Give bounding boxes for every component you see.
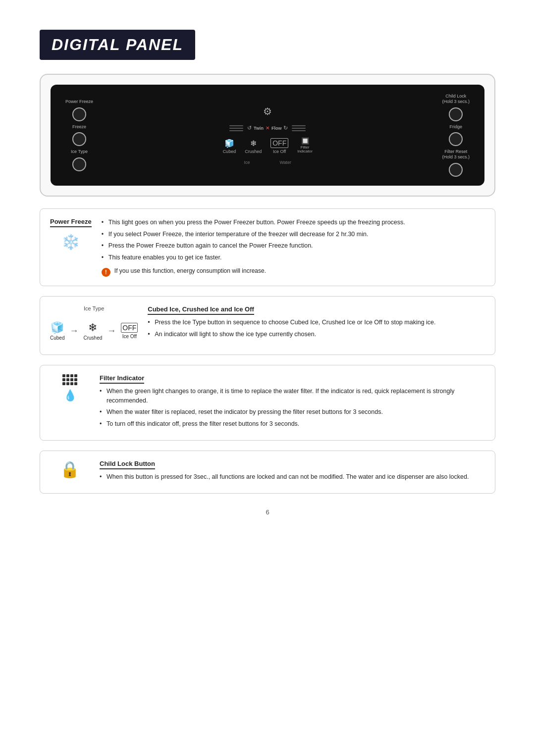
cubed-ice-icon-col: Ice Type 🧊 Cubed → ❄ Crushed → OFF Ice O… bbox=[50, 305, 138, 346]
cubed-ice-bullets: Press the Ice Type button in sequence to… bbox=[148, 318, 485, 339]
child-lock-body: Child Lock Button When this button is pr… bbox=[100, 460, 485, 484]
ice-off-item: OFF Ice Off bbox=[270, 138, 288, 154]
ice-section-label: Ice bbox=[244, 160, 250, 165]
ice-type-sequence: 🧊 Cubed → ❄ Crushed → OFF Ice Off bbox=[50, 321, 138, 341]
filter-indicator-icon: 🔲 bbox=[301, 137, 309, 145]
power-freeze-button bbox=[72, 107, 86, 121]
cubed-type-box: 🧊 Cubed bbox=[50, 321, 64, 341]
filter-bullet-1: When the green light changes to orange, … bbox=[100, 387, 485, 405]
page-number: 6 bbox=[40, 508, 495, 516]
arrow-2: → bbox=[107, 326, 116, 336]
ice-off-type-icon: OFF bbox=[121, 323, 138, 333]
water-drop-icon: 💧 bbox=[63, 389, 77, 402]
crushed-icon: ❄ bbox=[250, 139, 257, 148]
filter-indicator-body: Filter Indicator When the green light ch… bbox=[100, 374, 485, 431]
cubed-ice-body: Cubed Ice, Crushed Ice and Ice Off Press… bbox=[148, 305, 485, 342]
power-freeze-label: Power Freeze bbox=[65, 99, 93, 104]
filter-reset-label: Filter Reset(Hold 3 secs.) bbox=[442, 149, 470, 160]
filter-indicator-icon-col: 💧 bbox=[50, 374, 90, 402]
ice-type-label: Ice Type bbox=[71, 149, 88, 154]
child-lock-title: Child Lock Button bbox=[100, 460, 155, 469]
twin-flow-row: ↺ Twin ✕ Flow ↻ bbox=[229, 123, 306, 133]
power-freeze-body: This light goes on when you press the Po… bbox=[102, 218, 485, 277]
cubed-type-label: Cubed bbox=[50, 335, 64, 341]
child-lock-label: Child Lock(Hold 3 secs.) bbox=[442, 94, 470, 104]
cubed-bullet-1: Press the Ice Type button in sequence to… bbox=[148, 318, 485, 327]
bullet-2: If you select Power Freeze, the interior… bbox=[102, 230, 485, 239]
cubed-ice-section: Ice Type 🧊 Cubed → ❄ Crushed → OFF Ice O… bbox=[40, 296, 495, 355]
ice-off-type-box: OFF Ice Off bbox=[121, 323, 138, 339]
filter-indicator-section: 💧 Filter Indicator When the green light … bbox=[40, 365, 495, 441]
cubed-icon: 🧊 bbox=[224, 139, 234, 148]
power-freeze-section-title: Power Freeze bbox=[50, 218, 92, 227]
bullet-1: This light goes on when you press the Po… bbox=[102, 218, 485, 227]
power-freeze-icon-col: Power Freeze ❄️ bbox=[50, 218, 92, 251]
cubed-type-icon: 🧊 bbox=[51, 321, 64, 334]
panel-diagram: Power Freeze Freeze Ice Type ⚙ ↺ Twin bbox=[40, 74, 495, 197]
filter-grid-icon bbox=[62, 374, 77, 385]
freeze-button bbox=[72, 132, 86, 146]
panel-col-left: Power Freeze Freeze Ice Type bbox=[65, 99, 93, 171]
ice-water-labels: Ice Water bbox=[244, 158, 291, 165]
cubed-ice-item: 🧊 Cubed bbox=[223, 139, 236, 154]
crushed-type-icon: ❄ bbox=[88, 321, 97, 334]
ice-icons-row: 🧊 Cubed ❄ Crushed OFF Ice Off 🔲 FilterIn… bbox=[223, 137, 313, 154]
power-freeze-section: Power Freeze ❄️ This light goes on when … bbox=[40, 208, 495, 286]
cubed-ice-title: Cubed Ice, Crushed Ice and Ice Off bbox=[148, 305, 254, 315]
arrow-1: → bbox=[69, 326, 78, 336]
power-freeze-note-text: If you use this function, energy consump… bbox=[114, 267, 266, 274]
power-freeze-bullets: This light goes on when you press the Po… bbox=[102, 218, 485, 262]
crushed-type-box: ❄ Crushed bbox=[83, 321, 102, 341]
child-lock-bullet-1: When this button is pressed for 3sec., a… bbox=[100, 472, 485, 482]
fridge-label: Fridge bbox=[449, 124, 462, 130]
filter-bullet-2: When the water filter is replaced, reset… bbox=[100, 407, 485, 417]
panel-lines-left bbox=[229, 125, 243, 131]
filter-indicator-item: 🔲 FilterIndicator bbox=[297, 137, 313, 154]
child-lock-button bbox=[449, 107, 463, 121]
filter-indicator-title: Filter Indicator bbox=[100, 374, 144, 384]
freeze-label: Freeze bbox=[72, 124, 86, 130]
filter-indicator-label: FilterIndicator bbox=[297, 146, 313, 154]
page-title-banner: DIGITAL PANEL bbox=[40, 30, 195, 60]
ice-type-button bbox=[72, 157, 86, 171]
snowflake-icon: ❄️ bbox=[61, 233, 80, 251]
gear-icon: ⚙ bbox=[263, 105, 272, 117]
child-lock-section: 🔒 Child Lock Button When this button is … bbox=[40, 451, 495, 494]
child-lock-icon-col: 🔒 bbox=[50, 460, 90, 479]
lock-icon: 🔒 bbox=[60, 460, 80, 479]
panel-inner: Power Freeze Freeze Ice Type ⚙ ↺ Twin bbox=[51, 85, 484, 186]
filter-icon-stack: 💧 bbox=[62, 374, 77, 402]
panel-lines-right bbox=[292, 125, 306, 131]
crushed-ice-item: ❄ Crushed bbox=[245, 139, 262, 154]
cubed-bullet-2: An indicator will light to show the ice … bbox=[148, 330, 485, 339]
page-title: DIGITAL PANEL bbox=[52, 36, 183, 54]
ice-off-icon: OFF bbox=[270, 138, 288, 148]
bullet-4: This feature enables you to get ice fast… bbox=[102, 253, 485, 262]
bullet-3: Press the Power Freeze button again to c… bbox=[102, 241, 485, 251]
water-section-label: Water bbox=[279, 160, 291, 165]
ice-type-label-text: Ice Type bbox=[84, 305, 104, 311]
panel-col-center: ⚙ ↺ Twin ✕ Flow ↻ bbox=[98, 105, 437, 165]
power-freeze-note: ! If you use this function, energy consu… bbox=[102, 267, 485, 277]
crushed-type-label: Crushed bbox=[83, 335, 102, 341]
filter-bullet-3: To turn off this indicator off, press th… bbox=[100, 419, 485, 429]
panel-col-right: Child Lock(Hold 3 secs.) Fridge Filter R… bbox=[442, 94, 470, 177]
child-lock-bullets: When this button is pressed for 3sec., a… bbox=[100, 472, 485, 482]
ice-off-type-label: Ice Off bbox=[122, 334, 137, 339]
crushed-label: Crushed bbox=[245, 149, 262, 154]
fridge-button bbox=[449, 132, 463, 146]
ice-off-label: Ice Off bbox=[273, 149, 286, 154]
filter-reset-button bbox=[449, 163, 463, 177]
filter-indicator-bullets: When the green light changes to orange, … bbox=[100, 387, 485, 429]
cubed-label: Cubed bbox=[223, 149, 236, 154]
warning-icon: ! bbox=[102, 268, 110, 277]
twin-flow-label: ↺ Twin ✕ Flow ↻ bbox=[247, 125, 288, 131]
